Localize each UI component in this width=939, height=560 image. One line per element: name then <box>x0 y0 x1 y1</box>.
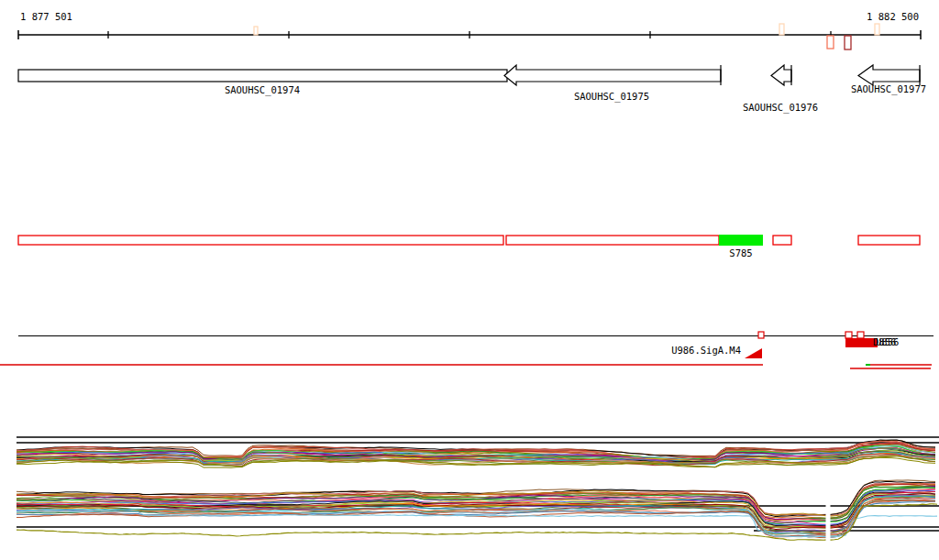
segment-s785-highlight[interactable] <box>719 235 763 246</box>
gene-label-saouhsc-01974: SAOUHSC_01974 <box>225 85 300 95</box>
feature-marker-box[interactable] <box>857 332 864 338</box>
segment-box[interactable] <box>773 236 791 245</box>
segment-box[interactable] <box>858 236 920 245</box>
tss-marker[interactable] <box>827 36 834 49</box>
gene-saouhsc-01975[interactable] <box>504 65 721 85</box>
tss-marker[interactable] <box>875 24 879 35</box>
feature-marker-box[interactable] <box>845 332 852 338</box>
segment-box[interactable] <box>506 236 719 245</box>
genome-browser-view: 1 877 501 1 882 500 SAOUHSC_01974 SAOUHS… <box>0 0 939 560</box>
gene-label-saouhsc-01975: SAOUHSC_01975 <box>574 92 649 102</box>
ruler-end-coordinate: 1 882 500 <box>867 12 919 22</box>
tss-marker[interactable] <box>845 36 851 49</box>
feature-label-u856: U856 <box>876 337 899 347</box>
gene-label-saouhsc-01976: SAOUHSC_01976 <box>743 103 818 113</box>
ruler-start-coordinate: 1 877 501 <box>20 12 72 22</box>
chart-white-gap <box>826 472 831 554</box>
tss-marker[interactable] <box>254 27 258 35</box>
promoter-wedge[interactable] <box>745 348 762 358</box>
segment-box[interactable] <box>18 236 503 245</box>
segment-label-s785: S785 <box>729 248 752 258</box>
promoter-label: U986.SigA.M4 <box>671 346 741 356</box>
gene-saouhsc-01976[interactable] <box>771 65 791 85</box>
gene-saouhsc-01977[interactable] <box>858 65 920 85</box>
tss-marker[interactable] <box>779 24 784 35</box>
gene-label-saouhsc-01977: SAOUHSC_01977 <box>851 84 926 94</box>
promoter-marker[interactable] <box>758 332 764 338</box>
genome-browser-canvas <box>0 0 939 560</box>
gene-saouhsc-01974[interactable] <box>18 70 507 82</box>
